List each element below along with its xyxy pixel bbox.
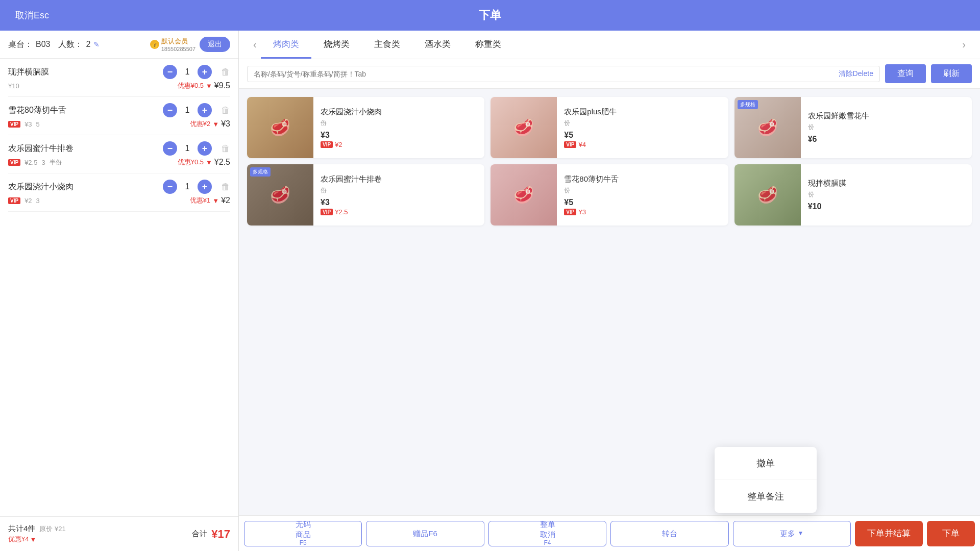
cancel-button[interactable]: 取消Esc: [15, 9, 49, 21]
cancel-all-button[interactable]: 整单 取消 F4: [488, 521, 606, 546]
item-price-info: VIP ¥3 5: [8, 120, 40, 128]
people-label: 人数：: [58, 39, 83, 50]
checkout-button[interactable]: 下单并结算: [855, 521, 923, 546]
qty-number: 1: [182, 106, 192, 115]
product-card[interactable]: 🥩 农乐园plus肥牛 份 ¥5 VIP ¥4: [491, 97, 728, 158]
product-image: 🥩: [491, 97, 557, 158]
qty-plus-button[interactable]: +: [198, 103, 212, 117]
item-discount-info: 优惠¥0.5 ▼ ¥2.5: [178, 158, 230, 167]
search-input-wrap: 清除Delete: [247, 66, 880, 82]
product-price: ¥3: [321, 131, 477, 140]
delete-item-button[interactable]: 🗑: [221, 143, 230, 154]
search-bar: 清除Delete 查询 刷新: [239, 59, 980, 89]
product-vip-price: VIP ¥2: [321, 141, 477, 148]
tab-zhushilei[interactable]: 主食类: [362, 31, 412, 59]
query-button[interactable]: 查询: [885, 64, 926, 83]
tab-next-button[interactable]: ›: [958, 39, 970, 51]
item-final-price: ¥2.5: [214, 158, 230, 167]
item-vip-price: ¥3: [24, 120, 32, 128]
item-final-price: ¥9.5: [214, 81, 230, 90]
qty-plus-button[interactable]: +: [198, 141, 212, 156]
item-price: ¥10: [8, 82, 19, 90]
item-vip-price: ¥2.5: [24, 159, 37, 166]
member-info: 💰 默认会员 18550285507 退出: [150, 37, 230, 52]
qty-minus-button[interactable]: −: [163, 65, 177, 79]
item-name: 农乐园蜜汁牛排卷: [8, 143, 163, 154]
product-info: 农乐园鲜嫩雪花牛 份 ¥6: [801, 97, 972, 158]
tab-chengzhonglei[interactable]: 称重类: [463, 31, 513, 59]
total-amount: ¥17: [211, 528, 230, 541]
gift-button[interactable]: 赠品F6: [366, 521, 484, 546]
product-card[interactable]: 🥩 现拌横膈膜 份 ¥10: [734, 164, 972, 226]
product-info: 农乐园蜜汁牛排卷 份 ¥3 VIP ¥2.5: [313, 164, 484, 226]
product-card[interactable]: 🥩 雪花80薄切牛舌 份 ¥5 VIP ¥3: [491, 164, 728, 226]
product-info: 现拌横膈膜 份 ¥10: [801, 164, 972, 226]
qty-plus-button[interactable]: +: [198, 65, 212, 79]
discount-chevron-icon: ▼: [212, 120, 219, 128]
item-discount-info: 优惠¥1 ▼ ¥2: [190, 196, 230, 205]
right-panel: ‹ 烤肉类 烧烤类 主食类 酒水类 称重类 › 清除Delete 查询 刷新 🥩…: [239, 31, 980, 551]
tab-kaoroulei[interactable]: 烤肉类: [261, 31, 311, 59]
item-discount-text: 优惠¥0.5: [178, 81, 204, 90]
product-image: 多规格 🥩: [247, 164, 313, 226]
delete-item-button[interactable]: 🗑: [221, 67, 230, 78]
transfer-table-button[interactable]: 转台: [610, 521, 728, 546]
delete-item-button[interactable]: 🗑: [221, 182, 230, 192]
qty-minus-button[interactable]: −: [163, 103, 177, 117]
people-count: 2: [86, 40, 90, 49]
product-image: 🥩: [734, 164, 801, 226]
dropdown-withdraw-order[interactable]: 撤单: [715, 447, 817, 480]
item-discount-text: 优惠¥0.5: [178, 158, 204, 167]
item-price-info: VIP ¥2 3: [8, 197, 40, 205]
order-list-item: 雪花80薄切牛舌 − 1 + 🗑 VIP ¥3 5 优惠¥2 ▼ ¥3: [8, 97, 230, 135]
qty-minus-button[interactable]: −: [163, 180, 177, 194]
no-code-goods-button[interactable]: 无码 商品 F5: [244, 521, 362, 546]
dropdown-order-note[interactable]: 整单备注: [715, 480, 817, 513]
qty-plus-button[interactable]: +: [198, 180, 212, 194]
item-sub-label: 半份: [50, 158, 62, 167]
order-list-item: 农乐园浇汁小烧肉 − 1 + 🗑 VIP ¥2 3 优惠¥1 ▼ ¥2: [8, 173, 230, 212]
discount-chevron-icon: ▼: [212, 197, 219, 205]
product-info: 雪花80薄切牛舌 份 ¥5 VIP ¥3: [557, 164, 728, 226]
tab-prev-button[interactable]: ‹: [249, 39, 261, 51]
member-badge: 💰 默认会员 18550285507: [150, 37, 195, 52]
product-name: 农乐园蜜汁牛排卷: [321, 174, 477, 184]
search-input[interactable]: [254, 70, 839, 78]
item-price-info: VIP ¥2.5 3 半份: [8, 158, 62, 167]
product-name: 现拌横膈膜: [808, 179, 965, 188]
item-discount-text: 优惠¥2: [190, 119, 210, 129]
delete-item-button[interactable]: 🗑: [221, 105, 230, 116]
product-card[interactable]: 多规格 🥩 农乐园蜜汁牛排卷 份 ¥3 VIP ¥2.5: [247, 164, 484, 226]
item-name: 现拌横膈膜: [8, 67, 163, 78]
bottom-action-bar: 无码 商品 F5 赠品F6 整单 取消 F4 转台 更多 ▼ 下单并结算 下单: [239, 515, 980, 551]
product-unit: 份: [321, 186, 477, 195]
table-number-display: 桌台： B03: [8, 39, 50, 50]
edit-people-icon[interactable]: ✎: [93, 40, 100, 48]
discount-chevron-icon: ▼: [206, 159, 212, 166]
table-number: B03: [36, 40, 50, 49]
clear-search-button[interactable]: 清除Delete: [839, 69, 873, 79]
product-price: ¥10: [808, 202, 965, 211]
product-image: 🥩: [491, 164, 557, 226]
item-discount-info: 优惠¥2 ▼ ¥3: [190, 119, 230, 129]
product-name: 农乐园plus肥牛: [564, 107, 721, 117]
order-button[interactable]: 下单: [927, 521, 975, 546]
refresh-button[interactable]: 刷新: [931, 64, 972, 83]
tab-jiushuilei[interactable]: 酒水类: [412, 31, 463, 59]
qty-number: 1: [182, 67, 192, 77]
coin-icon: 💰: [150, 40, 159, 49]
people-count-display: 人数： 2 ✎: [58, 39, 100, 50]
item-final-price: ¥3: [221, 119, 230, 129]
item-original-price: 3: [36, 197, 40, 205]
tab-shaokaolei[interactable]: 烧烤类: [311, 31, 362, 59]
product-image: 多规格 🥩: [734, 97, 801, 158]
vip-badge: VIP: [8, 159, 20, 166]
product-card[interactable]: 多规格 🥩 农乐园鲜嫩雪花牛 份 ¥6: [734, 97, 972, 158]
chevron-down-icon: ▼: [30, 536, 36, 543]
product-card[interactable]: 🥩 农乐园浇汁小烧肉 份 ¥3 VIP ¥2: [247, 97, 484, 158]
qty-minus-button[interactable]: −: [163, 141, 177, 156]
logout-button[interactable]: 退出: [200, 37, 230, 52]
product-name: 农乐园鲜嫩雪花牛: [808, 111, 965, 121]
product-price: ¥5: [564, 131, 721, 140]
more-button[interactable]: 更多 ▼: [733, 521, 851, 546]
